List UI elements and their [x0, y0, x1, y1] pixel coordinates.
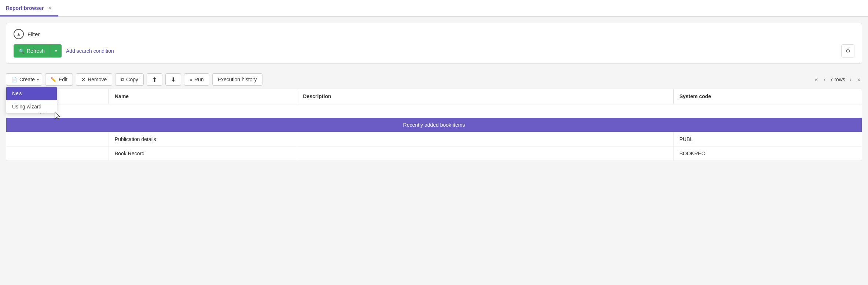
remove-button[interactable]: ✕ Remove	[76, 73, 112, 86]
chevron-down-icon: ▾	[37, 78, 39, 82]
create-label: Create	[19, 77, 35, 82]
prev-page-button[interactable]: ‹	[822, 75, 827, 84]
row-2-description	[297, 147, 674, 160]
filter-label: Filter	[27, 31, 40, 37]
create-button[interactable]: 📄 Create ▾	[6, 73, 42, 86]
copy-icon: ⧉	[121, 77, 124, 82]
main-content: ▲ Filter 🔍 Refresh ▾ Add search conditio…	[0, 17, 868, 285]
settings-button[interactable]: ⚙	[841, 44, 854, 58]
run-label: Run	[194, 77, 204, 82]
edit-label: Edit	[59, 77, 67, 82]
row-1-name: Publication details	[109, 132, 297, 146]
search-icon: 🔍	[19, 48, 25, 54]
table-header: Name Description System code	[6, 89, 862, 104]
row-1-checkbox-cell[interactable]	[6, 132, 109, 146]
pagination-rows: 7 rows	[830, 77, 845, 82]
row-2-system-code: BOOKREC	[674, 147, 862, 160]
gear-icon: ⚙	[846, 48, 850, 54]
upload-icon: ⬆	[152, 76, 157, 83]
copy-label: Copy	[126, 77, 138, 82]
create-dropdown-container: 📄 Create ▾ New Using wizard	[6, 73, 42, 86]
group-header-text: Recently added book items	[6, 118, 862, 132]
tab-close-button[interactable]: ×	[47, 5, 52, 11]
filter-header: ▲ Filter	[14, 29, 854, 39]
toolbar: 📄 Create ▾ New Using wizard ✏️ Edit ✕ Re…	[6, 70, 862, 86]
row-1-description	[297, 132, 674, 146]
row-2-name: Book Record	[109, 147, 297, 160]
run-button[interactable]: » Run	[184, 73, 209, 86]
filter-controls: 🔍 Refresh ▾ Add search condition ⚙	[14, 44, 854, 58]
table-col-system-code: System code	[674, 89, 862, 104]
tab-report-browser[interactable]: Report browser ×	[0, 0, 58, 16]
add-search-condition-link[interactable]: Add search condition	[66, 48, 114, 54]
first-page-button[interactable]: «	[813, 75, 819, 84]
table-col-description: Description	[297, 89, 674, 104]
refresh-dropdown-arrow[interactable]: ▾	[50, 44, 62, 58]
remove-label: Remove	[88, 77, 107, 82]
refresh-label: Refresh	[27, 48, 45, 54]
row-2-checkbox-cell[interactable]	[6, 147, 109, 160]
row-1-system-code: PUBL	[674, 132, 862, 146]
pagination: « ‹ 7 rows › »	[813, 75, 862, 84]
execution-history-button[interactable]: Execution history	[212, 73, 262, 86]
refresh-btn-main[interactable]: 🔍 Refresh	[14, 44, 50, 58]
refresh-button[interactable]: 🔍 Refresh ▾	[14, 44, 62, 58]
download-button[interactable]: ⬇	[165, 73, 181, 86]
table-col-name: Name	[109, 89, 297, 104]
remove-icon: ✕	[81, 77, 85, 82]
table-container: Name Description System code General (7)…	[6, 89, 862, 161]
group-label-row[interactable]: General (7)	[6, 104, 862, 118]
edit-icon: ✏️	[51, 77, 56, 82]
table-row[interactable]: Publication details PUBL	[6, 132, 862, 147]
chevron-down-icon: ▾	[55, 49, 57, 53]
document-icon: 📄	[11, 77, 17, 82]
next-page-button[interactable]: ›	[848, 75, 853, 84]
dropdown-item-new[interactable]: New	[6, 87, 57, 100]
tab-bar: Report browser ×	[0, 0, 868, 17]
dropdown-item-wizard[interactable]: Using wizard	[6, 100, 57, 113]
filter-toggle-icon: ▲	[16, 32, 21, 37]
upload-button[interactable]: ⬆	[147, 73, 162, 86]
execution-history-label: Execution history	[218, 77, 257, 82]
filter-section: ▲ Filter 🔍 Refresh ▾ Add search conditio…	[6, 23, 862, 64]
last-page-button[interactable]: »	[856, 75, 862, 84]
group-header-row: Recently added book items	[6, 118, 862, 132]
copy-button[interactable]: ⧉ Copy	[115, 73, 144, 86]
edit-button[interactable]: ✏️ Edit	[45, 73, 73, 86]
tab-label: Report browser	[6, 5, 44, 11]
create-dropdown-menu: New Using wizard	[6, 86, 57, 114]
filter-toggle-button[interactable]: ▲	[14, 29, 24, 39]
table-row[interactable]: Book Record BOOKREC	[6, 147, 862, 161]
download-icon: ⬇	[171, 76, 176, 83]
run-icon: »	[190, 77, 192, 82]
